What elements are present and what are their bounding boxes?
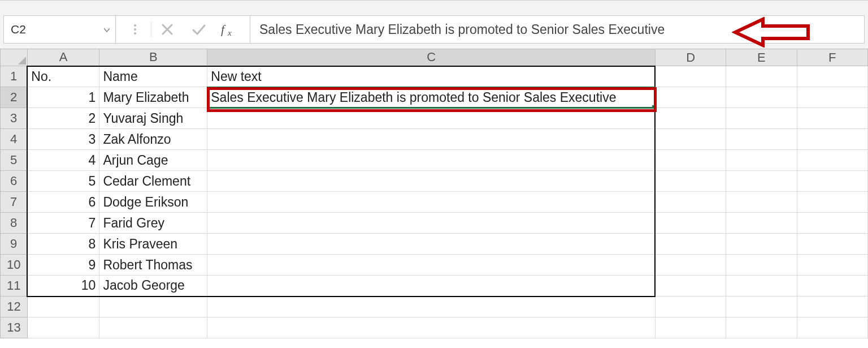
select-all-corner[interactable]: [1, 49, 28, 66]
cell-E12[interactable]: [726, 297, 797, 317]
cell-E9[interactable]: [726, 234, 797, 255]
cell-A13[interactable]: [27, 317, 99, 338]
col-header-C[interactable]: C: [207, 49, 656, 66]
cell-B11[interactable]: Jacob George: [99, 276, 207, 297]
cell-D4[interactable]: [655, 129, 726, 150]
cell-A8[interactable]: 7: [27, 213, 99, 234]
row-header[interactable]: 12: [1, 297, 28, 317]
fx-icon[interactable]: f x: [215, 16, 246, 43]
col-header-A[interactable]: A: [27, 49, 99, 66]
cell-D8[interactable]: [655, 213, 726, 234]
formula-input-area[interactable]: [250, 16, 864, 43]
name-box[interactable]: [4, 16, 116, 43]
cell-C4[interactable]: [207, 129, 656, 150]
cell-F9[interactable]: [797, 234, 867, 255]
cell-A5[interactable]: 4: [27, 150, 99, 171]
cell-D3[interactable]: [655, 108, 726, 129]
cell-C2[interactable]: Sales Executive Mary Elizabeth is promot…: [207, 87, 656, 108]
cell-B13[interactable]: [99, 317, 207, 338]
name-box-dropdown-icon[interactable]: [101, 25, 110, 34]
cell-C11[interactable]: [207, 276, 656, 297]
row-header[interactable]: 13: [1, 317, 28, 338]
row-header[interactable]: 8: [1, 213, 28, 234]
row-header[interactable]: 6: [1, 171, 28, 192]
col-header-D[interactable]: D: [655, 49, 726, 66]
cell-E11[interactable]: [726, 276, 797, 297]
cell-D10[interactable]: [655, 255, 726, 276]
cell-F3[interactable]: [797, 108, 867, 129]
cell-F2[interactable]: [797, 87, 867, 108]
cell-A10[interactable]: 9: [27, 255, 99, 276]
cell-F6[interactable]: [797, 171, 867, 192]
row-header[interactable]: 3: [1, 108, 28, 129]
cell-D7[interactable]: [655, 192, 726, 213]
cell-C1[interactable]: New text: [207, 66, 656, 87]
cell-B8[interactable]: Farid Grey: [99, 213, 207, 234]
cell-A6[interactable]: 5: [27, 171, 99, 192]
row-header[interactable]: 4: [1, 129, 28, 150]
cancel-icon[interactable]: [151, 16, 183, 43]
cell-B7[interactable]: Dodge Erikson: [99, 192, 207, 213]
cell-A2[interactable]: 1: [27, 87, 99, 108]
col-header-F[interactable]: F: [797, 49, 867, 66]
cell-C13[interactable]: [207, 317, 656, 338]
cell-E7[interactable]: [726, 192, 797, 213]
cell-F5[interactable]: [797, 150, 867, 171]
cell-F13[interactable]: [797, 317, 867, 338]
cell-D13[interactable]: [655, 317, 726, 338]
enter-icon[interactable]: [183, 16, 215, 43]
formula-input[interactable]: [258, 22, 856, 38]
cell-F1[interactable]: [797, 66, 867, 87]
cell-C3[interactable]: [207, 108, 656, 129]
name-box-input[interactable]: [10, 22, 101, 37]
cell-D1[interactable]: [655, 66, 726, 87]
cell-A3[interactable]: 2: [27, 108, 99, 129]
cell-D12[interactable]: [655, 297, 726, 317]
cell-C12[interactable]: [207, 297, 656, 317]
cell-B3[interactable]: Yuvaraj Singh: [99, 108, 207, 129]
worksheet-grid[interactable]: A B C D E F 1 No. Name New text 2 1 Mar: [0, 49, 868, 348]
cell-B2[interactable]: Mary Elizabeth: [99, 87, 207, 108]
cell-E5[interactable]: [726, 150, 797, 171]
cell-A11[interactable]: 10: [27, 276, 99, 297]
cell-E1[interactable]: [726, 66, 797, 87]
cell-D11[interactable]: [655, 276, 726, 297]
cell-D5[interactable]: [655, 150, 726, 171]
cell-B12[interactable]: [99, 297, 207, 317]
cell-F8[interactable]: [797, 213, 867, 234]
cell-F12[interactable]: [797, 297, 867, 317]
cell-A12[interactable]: [27, 297, 99, 317]
cell-E3[interactable]: [726, 108, 797, 129]
row-header[interactable]: 10: [1, 255, 28, 276]
cell-D6[interactable]: [655, 171, 726, 192]
row-header[interactable]: 11: [1, 276, 28, 297]
cell-B5[interactable]: Arjun Cage: [99, 150, 207, 171]
row-header[interactable]: 2: [1, 87, 28, 108]
cell-B9[interactable]: Kris Praveen: [99, 234, 207, 255]
cell-E8[interactable]: [726, 213, 797, 234]
cell-A7[interactable]: 6: [27, 192, 99, 213]
cell-E4[interactable]: [726, 129, 797, 150]
row-header[interactable]: 9: [1, 234, 28, 255]
cell-C10[interactable]: [207, 255, 656, 276]
cell-B1[interactable]: Name: [99, 66, 207, 87]
col-header-E[interactable]: E: [726, 49, 797, 66]
cell-D9[interactable]: [655, 234, 726, 255]
cell-C9[interactable]: [207, 234, 656, 255]
cell-B6[interactable]: Cedar Clement: [99, 171, 207, 192]
cell-B4[interactable]: Zak Alfonzo: [99, 129, 207, 150]
col-header-B[interactable]: B: [99, 49, 207, 66]
cell-E2[interactable]: [726, 87, 797, 108]
cell-E13[interactable]: [726, 317, 797, 338]
cell-C6[interactable]: [207, 171, 656, 192]
cell-A1[interactable]: No.: [27, 66, 99, 87]
cell-F7[interactable]: [797, 192, 867, 213]
cell-C5[interactable]: [207, 150, 656, 171]
cell-A4[interactable]: 3: [27, 129, 99, 150]
row-header[interactable]: 1: [1, 66, 28, 87]
row-header[interactable]: 7: [1, 192, 28, 213]
cell-E6[interactable]: [726, 171, 797, 192]
cell-F11[interactable]: [797, 276, 867, 297]
cell-E10[interactable]: [726, 255, 797, 276]
row-header[interactable]: 5: [1, 150, 28, 171]
